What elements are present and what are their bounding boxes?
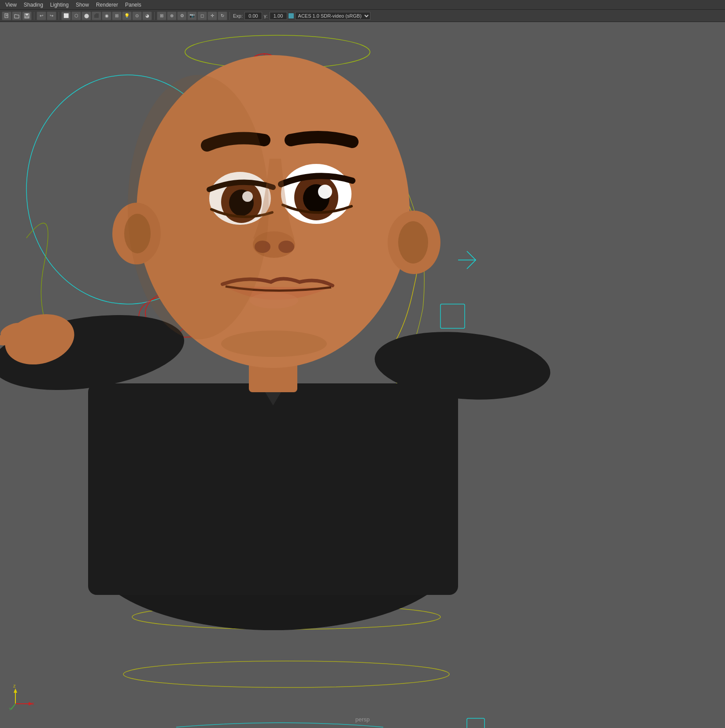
menu-renderer[interactable]: Renderer: [92, 1, 122, 9]
move-btn[interactable]: ✛: [207, 11, 217, 20]
svg-point-107: [221, 331, 327, 357]
camera-btn[interactable]: 📷: [187, 11, 197, 20]
extra-tools-group: ⊞ ⊕ ⚙ 📷 ◻ ✛ ↻: [157, 11, 227, 20]
magnet-btn[interactable]: ⚙: [177, 11, 187, 20]
shadow-btn[interactable]: ◕: [142, 11, 152, 20]
exposure-input[interactable]: 0.00: [244, 12, 262, 20]
viewport[interactable]: persp Z X Y: [0, 22, 725, 728]
wireframe-btn[interactable]: ⬛: [92, 11, 101, 20]
character-illustration: [0, 22, 725, 728]
texture-btn[interactable]: ⊞: [112, 11, 122, 20]
gamma-input[interactable]: 1.00: [270, 12, 287, 20]
light-btn[interactable]: 💡: [122, 11, 132, 20]
exposure-label: Exp:: [233, 13, 243, 19]
menu-lighting[interactable]: Lighting: [47, 1, 72, 9]
rotate-btn[interactable]: ↻: [218, 11, 227, 20]
svg-point-102: [318, 185, 332, 199]
lasso-btn[interactable]: ⬡: [71, 11, 81, 20]
select-btn[interactable]: ⬜: [61, 11, 71, 20]
menu-show[interactable]: Show: [72, 1, 92, 9]
svg-rect-82: [88, 383, 458, 595]
svg-point-105: [278, 241, 294, 253]
paint-btn[interactable]: ⬤: [81, 11, 91, 20]
svg-marker-110: [14, 688, 17, 693]
svg-point-108: [128, 75, 269, 339]
svg-text:Z: Z: [13, 684, 16, 688]
sep4: [229, 12, 230, 20]
undo-redo-group: ↩ ↪: [37, 11, 56, 20]
file-tools-group: [2, 11, 32, 20]
toolbar: ↩ ↪ ⬜ ⬡ ⬤ ⬛ ◉ ⊞ 💡 ⊙ ◕ ⊞ ⊕ ⚙ 📷 ◻ ✛ ↻ Exp:…: [0, 10, 725, 22]
selection-btn[interactable]: ◻: [197, 11, 207, 20]
svg-text:X: X: [32, 702, 34, 706]
svg-point-106: [250, 293, 298, 308]
sep2: [59, 12, 59, 20]
smooth-btn[interactable]: ◉: [102, 11, 111, 20]
sep3: [154, 12, 155, 20]
gamma-label: γ:: [264, 13, 268, 19]
snap-btn[interactable]: ⊕: [167, 11, 177, 20]
grid-btn[interactable]: ⊞: [157, 11, 166, 20]
sep1: [34, 12, 34, 20]
menu-shading[interactable]: Shading: [20, 1, 47, 9]
render-btn[interactable]: ⊙: [132, 11, 142, 20]
svg-text:Y: Y: [9, 707, 11, 710]
menu-view[interactable]: View: [2, 1, 20, 9]
color-profile-dropdown[interactable]: ACES 1.0 SDR-video (sRGB): [295, 12, 370, 20]
color-managed-icon: [288, 13, 294, 19]
undo-btn[interactable]: ↩: [37, 11, 46, 20]
new-file-btn[interactable]: [2, 11, 11, 20]
svg-rect-5: [26, 16, 28, 18]
camera-label: persp: [355, 716, 370, 723]
redo-btn[interactable]: ↪: [47, 11, 56, 20]
save-file-btn[interactable]: [22, 11, 32, 20]
open-file-btn[interactable]: [12, 11, 22, 20]
svg-point-94: [398, 221, 428, 264]
menu-bar: View Shading Lighting Show Renderer Pane…: [0, 0, 725, 10]
svg-rect-4: [26, 14, 28, 15]
svg-line-115: [11, 704, 15, 709]
viewport-axes: Z X Y: [9, 684, 35, 710]
menu-panels[interactable]: Panels: [122, 1, 145, 9]
view-tools-group: ⬜ ⬡ ⬤ ⬛ ◉ ⊞ 💡 ⊙ ◕: [61, 11, 152, 20]
